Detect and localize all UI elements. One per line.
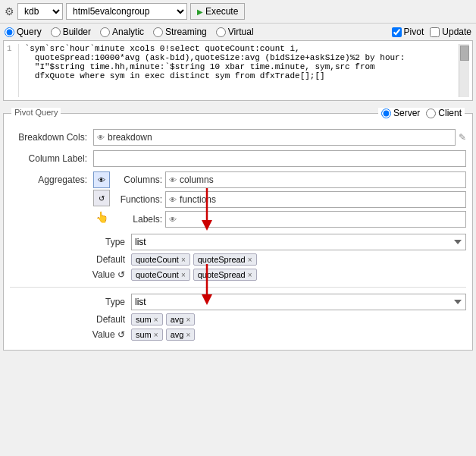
agg-fields: Columns: 👁 columns Functions: 👁 function… xyxy=(113,171,466,228)
tag-avg-default: avg × xyxy=(166,313,196,325)
tag-quotspread-default-x[interactable]: × xyxy=(248,256,252,264)
server-radio[interactable] xyxy=(381,108,391,118)
play-icon: ▶ xyxy=(197,8,203,16)
agg-refresh-btn[interactable]: ↺ xyxy=(93,190,110,206)
query-type-row: Query Builder Analytic Streaming Virtual… xyxy=(0,24,476,40)
query-radio[interactable] xyxy=(5,27,14,37)
agg-refresh-icon: ↺ xyxy=(99,194,105,203)
column-label-input[interactable] xyxy=(93,150,466,167)
tag-quotcount-default-text: quoteCount xyxy=(136,255,179,264)
server-radio-option[interactable]: Server xyxy=(381,108,420,118)
tag-quotspread-value: quoteSpread × xyxy=(193,269,257,281)
analytic-radio-option[interactable]: Analytic xyxy=(100,27,144,37)
tag-avg-value: avg × xyxy=(166,329,196,341)
default-content-2: sum × avg × xyxy=(131,313,466,325)
update-checkbox-option[interactable]: Update xyxy=(430,27,471,37)
virtual-radio[interactable] xyxy=(216,27,226,37)
code-editor[interactable]: 1 `sym`src`hour`minute xcols 0!select qu… xyxy=(3,40,473,101)
cursor-hand-icon: 👆 xyxy=(93,211,110,223)
kdb-dropdown[interactable]: kdb xyxy=(17,3,63,20)
breakdown-value: breakdown xyxy=(108,132,152,143)
lower-section-1: Type list Default quoteCount × quoteSpre… xyxy=(10,234,466,281)
value-content-1: quoteCount × quoteSpread × xyxy=(131,269,466,281)
breakdown-edit-icon[interactable]: ✎ xyxy=(459,132,466,143)
server-label: Server xyxy=(393,108,420,118)
columns-row: Columns: 👁 columns xyxy=(113,171,466,188)
type-label-1: Type xyxy=(10,237,131,247)
query-label: Query xyxy=(17,27,42,37)
breakdown-label: Breakdown Cols: xyxy=(10,132,93,143)
breakdown-field[interactable]: 👁 breakdown xyxy=(93,129,456,146)
pivot-checkbox[interactable] xyxy=(392,27,402,37)
labels-row: Labels: 👁 xyxy=(113,211,466,228)
virtual-label: Virtual xyxy=(228,27,254,37)
lower-area: Type list Default quoteCount × quoteSpre… xyxy=(10,234,466,341)
default-content-1: quoteCount × quoteSpread × xyxy=(131,253,466,266)
value-label-2: Value ↺ xyxy=(10,329,131,340)
default-row-1: Default quoteCount × quoteSpread × xyxy=(10,253,466,266)
group-dropdown[interactable]: html5evalcongroup xyxy=(66,3,187,20)
update-checkbox[interactable] xyxy=(430,27,440,37)
functions-value: functions xyxy=(180,194,216,205)
tag-avg-default-x[interactable]: × xyxy=(186,316,190,324)
tag-sum-value-x[interactable]: × xyxy=(154,331,158,339)
pivot-section-title: Pivot Query xyxy=(11,108,61,117)
client-radio[interactable] xyxy=(426,108,436,118)
streaming-radio[interactable] xyxy=(153,27,163,37)
tag-avg-default-text: avg xyxy=(171,315,184,324)
tag-sum-value-text: sum xyxy=(136,330,152,339)
columns-label: Columns: xyxy=(113,175,162,185)
default-row-2: Default sum × avg × xyxy=(10,313,466,325)
execute-button[interactable]: ▶ Execute xyxy=(190,3,245,20)
tag-quotcount-value-x[interactable]: × xyxy=(181,271,186,279)
tag-quotspread-default-text: quoteSpread xyxy=(198,255,246,264)
default-label-1: Default xyxy=(10,254,131,265)
client-label: Client xyxy=(438,108,462,118)
type-row-1: Type list xyxy=(10,234,466,250)
tag-avg-value-x[interactable]: × xyxy=(186,331,190,339)
scrollbar-thumb[interactable] xyxy=(460,46,469,61)
agg-eye-btn[interactable]: 👁 xyxy=(93,171,110,188)
scrollbar[interactable] xyxy=(459,44,469,97)
value-refresh-icon-2[interactable]: ↺ xyxy=(117,329,125,340)
tag-quotspread-value-text: quoteSpread xyxy=(198,270,246,279)
update-label: Update xyxy=(442,27,471,37)
labels-field[interactable]: 👁 xyxy=(165,211,466,228)
type-dropdown-2[interactable]: list xyxy=(131,294,466,310)
type-row-2: Type list xyxy=(10,294,466,310)
pivot-checkbox-option[interactable]: Pivot xyxy=(392,27,424,37)
breakdown-row: Breakdown Cols: 👁 breakdown ✎ xyxy=(10,129,466,146)
analytic-label: Analytic xyxy=(112,27,144,37)
functions-eye-icon: 👁 xyxy=(169,196,177,204)
builder-radio[interactable] xyxy=(51,27,61,37)
tag-sum-value: sum × xyxy=(131,329,163,341)
value-content-2: sum × avg × xyxy=(131,329,466,341)
tag-quotspread-value-x[interactable]: × xyxy=(248,271,252,279)
columns-field[interactable]: 👁 columns xyxy=(165,171,466,188)
type-content-2: list xyxy=(131,294,466,310)
analytic-radio[interactable] xyxy=(100,27,110,37)
line-numbers: 1 xyxy=(7,44,19,97)
aggregates-section: Aggregates: 👁 ↺ 👆 Columns: 👁 columns Fun… xyxy=(10,171,466,228)
labels-eye-icon: 👁 xyxy=(169,215,177,224)
value-refresh-icon-1[interactable]: ↺ xyxy=(117,269,125,280)
tag-sum-default-x[interactable]: × xyxy=(154,316,158,324)
client-radio-option[interactable]: Client xyxy=(426,108,462,118)
virtual-radio-option[interactable]: Virtual xyxy=(216,27,254,37)
query-radio-option[interactable]: Query xyxy=(5,27,42,37)
code-content[interactable]: `sym`src`hour`minute xcols 0!select quot… xyxy=(25,44,459,97)
type-dropdown-1[interactable]: list xyxy=(131,234,466,250)
gear-icon[interactable]: ⚙ xyxy=(5,5,14,17)
functions-row: Functions: 👁 functions xyxy=(113,191,466,208)
tag-quotcount-default-x[interactable]: × xyxy=(181,256,186,264)
right-options: Pivot Update xyxy=(392,27,471,37)
streaming-radio-option[interactable]: Streaming xyxy=(153,27,207,37)
server-client-row: Server Client xyxy=(378,108,465,118)
agg-eye-icon: 👁 xyxy=(98,176,105,184)
agg-buttons: 👁 ↺ 👆 xyxy=(93,171,110,223)
builder-label: Builder xyxy=(63,27,91,37)
builder-radio-option[interactable]: Builder xyxy=(51,27,91,37)
value-label-1: Value ↺ xyxy=(10,269,131,280)
aggregates-label: Aggregates: xyxy=(10,171,93,185)
functions-field[interactable]: 👁 functions xyxy=(165,191,466,208)
